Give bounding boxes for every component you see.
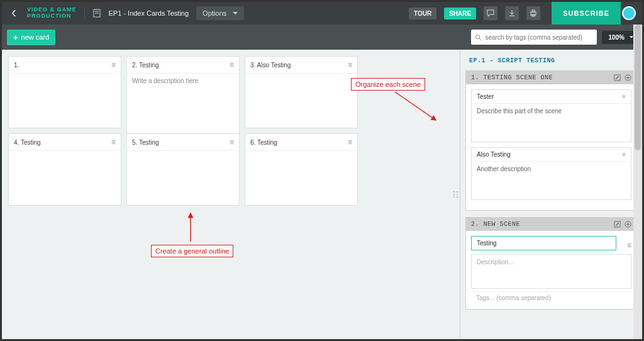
card-menu-icon[interactable]: ≡ [111,60,116,69]
card-body [245,151,357,205]
card-menu-icon[interactable]: ≡ [348,138,352,147]
search-icon [475,34,482,41]
search-box[interactable] [471,30,597,45]
scene-card-title: Tester [477,93,494,100]
card-menu-icon[interactable]: ≡ [622,93,626,100]
svg-line-7 [480,38,482,40]
card-menu-icon[interactable]: ≡ [230,60,234,69]
scene-card-body: Describe this part of the scene [472,104,631,142]
card-title: 4. Testing [14,139,41,146]
scene-header-title: 1. TESTING SCENE ONE [471,74,553,81]
annotation-arrow [392,89,442,126]
subscribe-button[interactable]: SUBSCRIBE [552,2,621,25]
card-title: 5. Testing [132,139,159,146]
avatar[interactable] [622,6,636,20]
scene-edit-icon[interactable] [614,74,621,81]
card-title: 6. Testing [250,139,277,146]
card-menu-icon[interactable]: ≡ [111,138,116,147]
document-icon [92,9,101,18]
index-card[interactable]: 1. ≡ [8,56,121,128]
svg-point-6 [476,35,480,38]
scene-tags-input[interactable]: Tags... (comma separated) [471,291,631,304]
comment-icon[interactable] [484,6,497,20]
annotation-arrow [184,210,197,245]
scene-title-input[interactable]: Testing [471,236,616,250]
divider [84,7,85,20]
card-title: 1. [14,62,19,69]
back-button[interactable] [8,8,19,19]
scene-header-title: 2. NEW SCENE [471,221,520,228]
new-card-label: new card [21,33,50,41]
index-card[interactable]: 3. Also Testing ≡ [245,56,358,128]
card-body [9,151,121,205]
index-card[interactable]: 6. Testing ≡ [245,133,358,206]
card-body [127,151,239,205]
print-icon[interactable] [526,6,540,20]
script-title: EP.1 - SCRIPT TESTING [465,55,637,70]
scrollbar-thumb[interactable] [635,25,641,150]
document-title: EP1 - Index Cards Testing [109,9,189,17]
scene-add-icon[interactable] [625,74,631,81]
scene-card-title: Also Testing [477,151,511,158]
svg-rect-4 [532,10,535,12]
download-icon[interactable] [505,6,519,20]
annotation-outline: Create a general outline [151,245,233,257]
card-body [9,74,121,128]
card-board: 1. ≡ 2. Testing ≡ Write a description he… [2,50,452,339]
scene-block: 2. NEW SCENE Testing ≡ Description... Ta… [465,217,637,310]
card-title: 3. Also Testing [250,62,291,69]
share-button[interactable]: SHARE [444,8,476,20]
scene-block: 1. TESTING SCENE ONE Tester ≡ Describe t… [465,70,637,211]
scene-edit-icon[interactable] [614,221,621,228]
index-card[interactable]: 4. Testing ≡ [8,133,121,206]
card-menu-icon[interactable]: ≡ [622,151,626,158]
scene-description-input[interactable]: Description... [471,254,631,289]
tour-button[interactable]: TOUR [409,8,436,20]
card-menu-icon[interactable]: ≡ [348,60,352,69]
zoom-dropdown[interactable]: 100% [602,31,637,44]
new-card-button[interactable]: + new card [7,30,55,45]
script-panel: EP.1 - SCRIPT TESTING 1. TESTING SCENE O… [460,50,642,339]
card-body [245,74,357,128]
options-dropdown[interactable]: Options [196,6,244,20]
scene-card[interactable]: Also Testing ≡ Another description [471,147,631,200]
scene-add-icon[interactable] [625,221,631,228]
scene-card-body: Another description [472,162,631,199]
scene-card[interactable]: Tester ≡ Describe this part of the scene [471,89,631,142]
index-card[interactable]: 5. Testing ≡ [126,133,240,206]
card-menu-icon[interactable]: ≡ [627,241,631,250]
vertical-scrollbar[interactable] [633,25,642,339]
logo: VIDEO & GAME PRODUCTION [27,7,77,20]
panel-resize-handle[interactable] [452,50,460,339]
svg-line-8 [395,92,436,120]
card-title: 2. Testing [132,62,159,69]
plus-icon: + [13,33,18,42]
card-body: Write a description here [127,74,239,135]
search-input[interactable] [485,34,593,41]
card-menu-icon[interactable]: ≡ [230,138,234,147]
